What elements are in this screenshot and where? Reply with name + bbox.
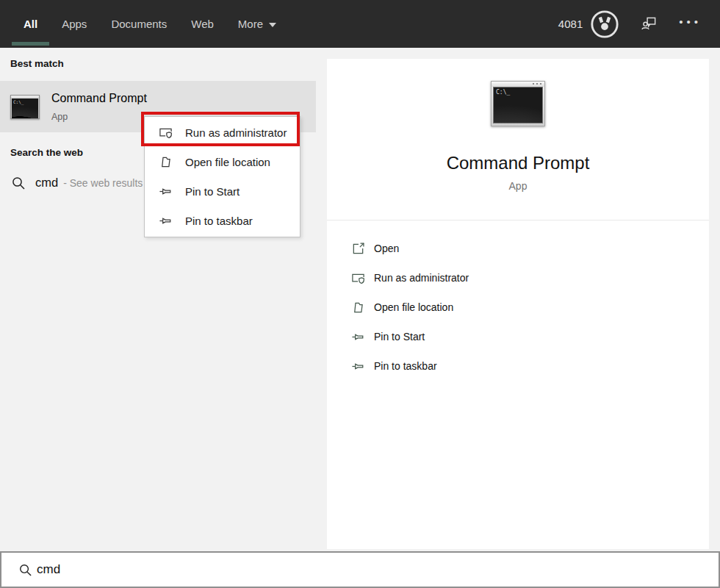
- pin-icon: [159, 184, 173, 198]
- taskbar-search-box: [0, 551, 720, 588]
- run-as-admin-icon: [351, 271, 365, 285]
- action-pin-to-taskbar[interactable]: Pin to taskbar: [327, 351, 709, 381]
- action-label: Pin to Start: [374, 331, 425, 343]
- web-suffix-text: - See web results: [63, 177, 143, 189]
- command-prompt-icon-large: C:\_: [491, 81, 545, 126]
- filter-tabs: All Apps Documents Web More: [0, 0, 276, 48]
- pin-icon: [159, 214, 173, 228]
- menu-item-pin-to-start[interactable]: Pin to Start: [145, 176, 300, 206]
- search-icon: [11, 176, 26, 190]
- tab-all-label: All: [24, 18, 37, 30]
- tab-web-label: Web: [191, 18, 214, 30]
- run-as-admin-icon: [159, 126, 173, 140]
- app-details-header: C:\_ Command Prompt App: [327, 59, 709, 220]
- rewards-points: 4081: [558, 18, 583, 30]
- action-open[interactable]: Open: [327, 234, 709, 263]
- menu-item-label: Open file location: [185, 156, 270, 168]
- tab-documents-label: Documents: [111, 18, 167, 30]
- search-filter-bar: All Apps Documents Web More 4081: [0, 0, 720, 48]
- action-label: Run as administrator: [374, 272, 469, 284]
- menu-item-run-as-administrator[interactable]: Run as administrator: [145, 118, 300, 147]
- app-subtitle: App: [327, 180, 709, 192]
- best-match-subtitle: App: [51, 112, 68, 122]
- tab-more-label: More: [238, 18, 263, 30]
- best-match-title: Command Prompt: [51, 92, 147, 105]
- pin-icon: [351, 359, 365, 373]
- tab-apps-label: Apps: [62, 18, 87, 30]
- web-query-text: cmd- See web results: [35, 176, 143, 190]
- folder-icon: [159, 155, 173, 169]
- app-details-panel: C:\_ Command Prompt App Open Run a: [327, 59, 709, 549]
- tab-all[interactable]: All: [24, 0, 37, 48]
- menu-item-open-file-location[interactable]: Open file location: [145, 147, 300, 176]
- search-web-header: Search the web: [10, 147, 83, 158]
- menu-item-label: Pin to taskbar: [185, 215, 253, 227]
- pin-icon: [351, 330, 365, 344]
- search-input[interactable]: [37, 553, 698, 587]
- app-title: Command Prompt: [327, 153, 709, 173]
- search-icon: [18, 563, 32, 577]
- menu-item-label: Run as administrator: [185, 126, 287, 139]
- menu-item-pin-to-taskbar[interactable]: Pin to taskbar: [145, 206, 300, 235]
- command-prompt-icon: C:\_: [10, 95, 40, 119]
- action-label: Open: [374, 243, 399, 254]
- more-options-icon[interactable]: •••: [679, 16, 702, 32]
- tab-apps[interactable]: Apps: [62, 0, 87, 48]
- menu-item-label: Pin to Start: [185, 185, 240, 198]
- action-label: Open file location: [374, 301, 453, 313]
- feedback-icon[interactable]: [641, 15, 658, 32]
- rewards-button[interactable]: 4081: [558, 10, 619, 39]
- folder-icon: [351, 301, 365, 315]
- action-pin-to-start[interactable]: Pin to Start: [327, 322, 709, 351]
- chevron-down-icon: [269, 23, 276, 27]
- action-open-file-location[interactable]: Open file location: [327, 293, 709, 322]
- action-label: Pin to taskbar: [374, 360, 437, 372]
- open-icon: [351, 242, 365, 256]
- tab-more[interactable]: More: [238, 0, 276, 48]
- best-match-header: Best match: [10, 58, 64, 69]
- tab-documents[interactable]: Documents: [111, 0, 167, 48]
- tab-web[interactable]: Web: [191, 0, 214, 48]
- context-menu: Run as administrator Open file location …: [144, 116, 300, 237]
- rewards-medal-icon: [590, 10, 619, 39]
- topbar-right-cluster: 4081 •••: [558, 0, 702, 48]
- app-actions-list: Open Run as administrator Open file loca…: [327, 234, 709, 381]
- action-run-as-administrator[interactable]: Run as administrator: [327, 263, 709, 293]
